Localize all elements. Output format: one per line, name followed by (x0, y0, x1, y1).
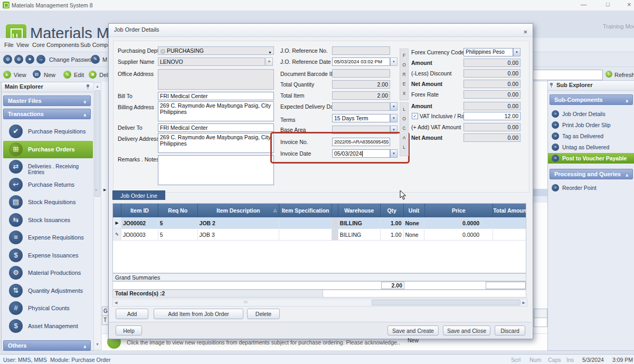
jo-reference-no-field[interactable] (332, 46, 390, 55)
add-item-from-requisition-button[interactable]: Add Item from Job Order Requisition (154, 309, 243, 319)
remarks-field[interactable] (158, 155, 274, 185)
edit-pencil-icon[interactable]: ✎ (91, 55, 100, 64)
scroll-up-icon[interactable]: ▲ (96, 84, 99, 88)
delete-button[interactable]: Delete (247, 309, 280, 319)
delivery-address-field[interactable]: 269 C. Raymundo Ave Maybunga Pasig, City… (158, 133, 274, 153)
edit-button[interactable]: Edit (74, 72, 84, 78)
section-processing-queries[interactable]: Processing and Queries ∧ (550, 169, 633, 179)
grid-header-item-description[interactable]: Item Description △ (198, 204, 280, 217)
dialog-close-icon[interactable]: × (523, 26, 527, 38)
change-password-button[interactable]: Change Password (49, 56, 97, 63)
sub-item-post-to-voucher-payable[interactable]: ≡Post to Voucher Payable (548, 153, 634, 164)
window-titlebar: Materials Management System 8 — □ × (0, 0, 634, 11)
sub-item-reorder-point[interactable]: ≡Reorder Point (548, 183, 634, 193)
table-row[interactable]: ▶ JO00002 5 JOB 2 BILLING 1.00 None 0.00… (113, 217, 526, 229)
cell-item-description: JOB 2 (198, 217, 280, 229)
lock-icon[interactable]: ● (25, 55, 34, 64)
supplier-add-button[interactable]: + (266, 58, 273, 66)
sub-item-job-order-details[interactable]: ≡Job Order Details (548, 109, 634, 119)
main-explorer-scrollbar[interactable]: ▲ ≡ ▼ (93, 82, 101, 350)
sidebar-item-stock-requisitions[interactable]: ▤Stock Requisitions (3, 194, 93, 211)
status-time: 3:09 PM (612, 357, 633, 363)
forex-currency-select[interactable]: Philippines Peso (463, 48, 513, 56)
sidebar-item-physical-counts[interactable]: #Physical Counts (3, 300, 93, 317)
minimize-button[interactable]: — (581, 1, 586, 7)
expected-delivery-date-dropdown[interactable]: ▼ (390, 102, 398, 111)
grid-hscrollbar[interactable]: ◀ ||| ▶ (112, 299, 527, 306)
sub-item-untag-as-delivered[interactable]: ≡Untag as Delivered (548, 142, 634, 152)
deliver-to-field[interactable]: FRI Medical Center (158, 123, 274, 132)
grid-header-item-id[interactable]: Item ID (121, 204, 158, 217)
toolbar-icon-2[interactable]: ⊛ (14, 55, 23, 64)
jo-reference-date-dropdown[interactable]: ▼ (390, 58, 398, 66)
scroll-right-icon[interactable]: ▶ (523, 301, 525, 305)
cell-ellipsis-button[interactable] (332, 229, 338, 241)
section-sub-components[interactable]: Sub-Components ∧ (550, 94, 633, 105)
view-button[interactable]: View (14, 72, 26, 78)
terms-select[interactable]: 15 Days Term (332, 114, 390, 122)
add-button[interactable]: Add (116, 309, 148, 319)
help-button[interactable]: Help (116, 325, 142, 336)
menu-file[interactable]: File (4, 42, 14, 48)
menu-core-components[interactable]: Core Components (32, 42, 79, 48)
close-button[interactable]: × (627, 1, 631, 8)
grid-header-unit[interactable]: Unit (404, 204, 425, 217)
discard-button[interactable]: Discard (495, 325, 525, 336)
tab-job-order-line-items[interactable]: Job Order Line Items (112, 190, 165, 200)
grid-header-req-no[interactable]: Req No (158, 204, 198, 217)
terms-dropdown[interactable]: ▼ (390, 114, 398, 122)
sidebar-item-purchase-orders[interactable]: ⊞Purchase Orders (3, 141, 93, 158)
scroll-down-icon[interactable]: ▼ (96, 342, 99, 346)
pin-icon[interactable] (550, 83, 553, 85)
supplier-name-field[interactable]: LENOVO (158, 58, 265, 66)
dialog-titlebar[interactable]: Job Order Details × (109, 24, 533, 37)
grid-header-qty[interactable]: Qty (381, 204, 404, 217)
notification-text[interactable]: Click the image to view new requisitions… (127, 339, 400, 346)
sidebar-item-purchase-returns[interactable]: ↩Purchase Returns (3, 176, 93, 194)
forex-currency-dropdown[interactable]: ▼ (513, 48, 521, 56)
toolbar-icon-1[interactable]: ⊚ (3, 55, 12, 64)
table-row[interactable]: ✎ JO00003 5 JOB 3 BILLING 1.00 None 0.00… (113, 229, 526, 241)
cell-ellipsis-button[interactable] (332, 217, 338, 229)
expected-delivery-date-field[interactable] (332, 102, 390, 111)
save-and-close-button[interactable]: Save and Close (443, 325, 490, 336)
billing-address-field[interactable]: 269 C. Raymundo Ave Maybunga Pasig, City… (158, 101, 274, 121)
pin-icon[interactable] (87, 84, 89, 87)
save-and-create-new-button[interactable]: Save and Create New (387, 325, 439, 336)
sub-item-print-job-order-slip[interactable]: ≡Print Job Order Slip (548, 120, 634, 130)
sort-ascending-icon[interactable]: △ (273, 204, 277, 217)
new-button-label[interactable]: New (44, 72, 55, 78)
refresh-button[interactable]: Refresh (614, 72, 634, 78)
grid-header-warehouse[interactable]: Warehouse (338, 204, 381, 217)
document-barcode-field[interactable] (332, 69, 390, 78)
sidebar-item-stock-issuances[interactable]: ⇆Stock Issuances (3, 212, 93, 229)
sub-item-tag-as-delivered[interactable]: ≡Tag as Delivered (548, 131, 634, 141)
dropdown-arrow-icon[interactable]: ▼ (268, 49, 272, 55)
section-others[interactable]: Others ∧ (3, 340, 91, 351)
section-transactions[interactable]: Transactions ∧ (3, 109, 91, 119)
office-address-field[interactable] (158, 69, 274, 90)
section-master-files[interactable]: Master Files ∨ (3, 95, 91, 106)
sidebar-item-quantity-adjustments[interactable]: ⇅Quantity Adjustments (3, 282, 93, 300)
dialog-title: Job Order Details (114, 26, 159, 33)
sidebar-item-expense-requisitions[interactable]: ≡Expense Requisitions (3, 229, 93, 246)
grid-header-item-specification[interactable]: Item Specification (279, 204, 332, 217)
grid-header-price[interactable]: Price (425, 204, 494, 217)
vat-inclusive-checkbox[interactable]: ✓ (412, 113, 418, 119)
sidebar-item-purchase-requisitions[interactable]: ✔Purchase Requisitions (3, 123, 93, 140)
vat-rate-field[interactable]: 12.00 (463, 112, 521, 120)
logout-icon[interactable]: → (36, 55, 45, 64)
jo-reference-date-field[interactable]: 05/03/2024 03:02 PM (332, 58, 390, 66)
grid-header-total-amount[interactable]: Total Amount (493, 204, 526, 217)
sidebar-item-material-productions[interactable]: ⚙Material Productions (3, 264, 93, 282)
sidebar-item-asset-management[interactable]: $Asset Management (3, 318, 93, 335)
purchasing-dept-select[interactable]: PURCHASING ▼ (158, 46, 274, 55)
splitter-collapse-icon[interactable]: ▶ (103, 188, 106, 192)
bill-to-field[interactable]: FRI Medical Center (158, 92, 274, 100)
maximize-button[interactable]: □ (606, 1, 610, 7)
sidebar-item-expense-issuances[interactable]: $Expense Issuances (3, 247, 93, 264)
scroll-left-icon[interactable]: ◀ (115, 301, 117, 305)
menu-view[interactable]: View (16, 42, 29, 48)
sidebar-item-deliveries-receiving[interactable]: ⇄Deliveries . Receiving Entries (3, 158, 93, 176)
status-date: 5/3/2024 (582, 357, 604, 363)
